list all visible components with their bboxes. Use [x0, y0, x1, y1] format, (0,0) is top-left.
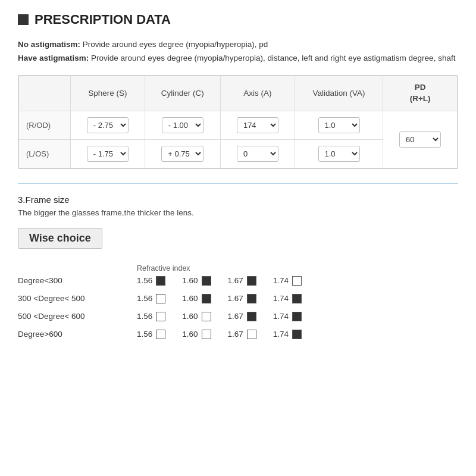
ri-checkbox-2-2[interactable] [247, 312, 256, 321]
ri-index-3-3: 1.74 [273, 330, 289, 339]
ri-values-1: 1.561.601.671.74 [137, 294, 302, 303]
cylinder-select-1[interactable]: + 0.75 [161, 146, 203, 162]
refractive-header: Refractive index [137, 264, 458, 273]
ri-index-2-0: 1.56 [137, 312, 152, 321]
instructions: No astigmatism: Provide around eyes degr… [18, 38, 458, 65]
rx-sphere-1[interactable]: - 1.75 [70, 139, 145, 168]
rx-axis-1[interactable]: 0 [221, 139, 295, 168]
refractive-index-section: Refractive index Degree<3001.561.601.671… [18, 264, 458, 339]
ri-item-0-3: 1.74 [273, 276, 302, 286]
ri-item-3-3: 1.74 [273, 330, 302, 339]
validation-select-0[interactable]: 1.0 [318, 117, 360, 133]
ri-checkbox-3-0[interactable] [156, 330, 165, 339]
ri-item-1-2: 1.67 [228, 294, 256, 303]
frame-size-desc: The bigger the glasses frame,the thicker… [18, 208, 458, 217]
axis-select-1[interactable]: 0 [237, 146, 278, 162]
ri-values-0: 1.561.601.671.74 [137, 276, 302, 286]
ri-row-1: 300 <Degree< 5001.561.601.671.74 [18, 294, 458, 303]
col-header-sphere: Sphere (S) [70, 76, 145, 111]
ri-checkbox-0-1[interactable] [202, 276, 211, 286]
ri-index-1-2: 1.67 [228, 294, 243, 303]
page-title: PRESCRIPTION DATA [18, 12, 458, 27]
ri-item-1-3: 1.74 [273, 294, 302, 303]
ri-item-2-0: 1.56 [137, 312, 165, 321]
ri-checkbox-3-1[interactable] [202, 330, 211, 339]
rx-sphere-0[interactable]: - 2.75 [70, 111, 145, 139]
ri-item-1-1: 1.60 [182, 294, 211, 303]
ri-index-3-2: 1.67 [228, 330, 243, 339]
sphere-select-1[interactable]: - 1.75 [87, 146, 129, 162]
ri-row-3: Degree>6001.561.601.671.74 [18, 330, 458, 339]
ri-item-0-2: 1.67 [228, 276, 256, 286]
title-icon [18, 14, 29, 25]
no-astigmatism-label: No astigmatism: [18, 40, 80, 49]
sphere-select-0[interactable]: - 2.75 [87, 117, 129, 133]
prescription-table-wrapper: Sphere (S) Cylinder (C) Axis (A) Validat… [18, 75, 458, 169]
frame-size-title: 3.Frame size [18, 195, 458, 205]
pd-select[interactable]: 60 [399, 131, 441, 148]
ri-item-2-2: 1.67 [228, 312, 256, 321]
ri-item-2-1: 1.60 [182, 312, 211, 321]
ri-row-2: 500 <Degree< 6001.561.601.671.74 [18, 312, 458, 321]
ri-values-2: 1.561.601.671.74 [137, 312, 302, 321]
ri-checkbox-3-2[interactable] [247, 330, 256, 339]
ri-checkbox-1-1[interactable] [202, 294, 211, 303]
section-divider [18, 183, 458, 184]
ri-degree-label-1: 300 <Degree< 500 [18, 294, 137, 303]
ri-index-3-1: 1.60 [182, 330, 198, 339]
rx-row-label-1: (L/OS) [19, 139, 71, 168]
ri-index-1-0: 1.56 [137, 294, 152, 303]
col-header-axis: Axis (A) [221, 76, 295, 111]
col-header-label [19, 76, 71, 111]
ri-index-0-0: 1.56 [137, 276, 152, 285]
col-header-cylinder: Cylinder (C) [145, 76, 220, 111]
ri-index-0-3: 1.74 [273, 276, 289, 285]
col-header-validation: Validation (VA) [295, 76, 383, 111]
rx-validation-0[interactable]: 1.0 [295, 111, 383, 139]
ri-index-1-1: 1.60 [182, 294, 198, 303]
ri-degree-label-2: 500 <Degree< 600 [18, 312, 137, 321]
rx-validation-1[interactable]: 1.0 [295, 139, 383, 168]
rx-axis-0[interactable]: 174 [221, 111, 295, 139]
have-astigmatism-text: Provide around eyes degree (myopia/hyper… [89, 54, 455, 62]
ri-index-2-2: 1.67 [228, 312, 243, 321]
ri-item-3-0: 1.56 [137, 330, 165, 339]
ri-index-3-0: 1.56 [137, 330, 152, 339]
ri-index-1-3: 1.74 [273, 294, 289, 303]
col-header-pd: PD(R+L) [383, 76, 458, 111]
ri-checkbox-0-0[interactable] [156, 276, 165, 286]
ri-degree-label-3: Degree>600 [18, 330, 137, 339]
ri-values-3: 1.561.601.671.74 [137, 330, 302, 339]
ri-index-2-1: 1.60 [182, 312, 198, 321]
no-astigmatism-text: Provide around eyes degree (myopia/hyper… [80, 40, 268, 49]
ri-checkbox-2-3[interactable] [292, 312, 302, 321]
ri-checkbox-2-0[interactable] [156, 312, 165, 321]
rx-pd-cell[interactable]: 60 [383, 111, 458, 168]
ri-item-2-3: 1.74 [273, 312, 302, 321]
ri-row-0: Degree<3001.561.601.671.74 [18, 276, 458, 286]
ri-checkbox-2-1[interactable] [202, 312, 211, 321]
ri-checkbox-1-0[interactable] [156, 294, 165, 303]
ri-item-3-2: 1.67 [228, 330, 256, 339]
ri-index-0-1: 1.60 [182, 276, 198, 285]
ri-item-0-0: 1.56 [137, 276, 165, 286]
ri-item-1-0: 1.56 [137, 294, 165, 303]
ri-degree-label-0: Degree<300 [18, 276, 137, 285]
axis-select-0[interactable]: 174 [237, 117, 278, 133]
ri-checkbox-1-2[interactable] [247, 294, 256, 303]
rx-cylinder-0[interactable]: - 1.00 [145, 111, 220, 139]
wise-choice-button[interactable]: Wise choice [18, 228, 102, 249]
ri-checkbox-3-3[interactable] [292, 330, 302, 339]
have-astigmatism-label: Have astigmatism: [18, 54, 89, 62]
ri-item-3-1: 1.60 [182, 330, 211, 339]
cylinder-select-0[interactable]: - 1.00 [162, 117, 203, 133]
ri-checkbox-1-3[interactable] [292, 294, 302, 303]
ri-item-0-1: 1.60 [182, 276, 211, 286]
validation-select-1[interactable]: 1.0 [318, 146, 360, 162]
ri-index-0-2: 1.67 [228, 276, 243, 285]
ri-checkbox-0-2[interactable] [247, 276, 256, 286]
ri-checkbox-0-3[interactable] [292, 276, 302, 286]
ri-index-2-3: 1.74 [273, 312, 289, 321]
rx-row-label-0: (R/OD) [19, 111, 71, 139]
rx-cylinder-1[interactable]: + 0.75 [145, 139, 220, 168]
